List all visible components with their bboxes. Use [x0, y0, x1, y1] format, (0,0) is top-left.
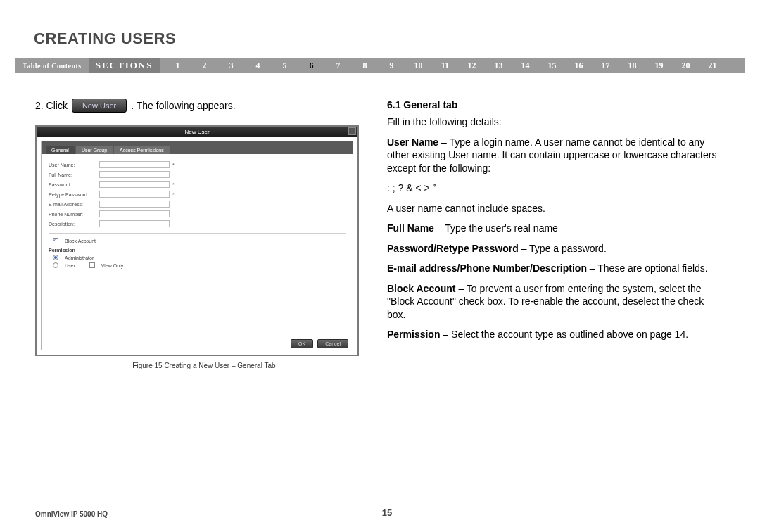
section-link-17[interactable]: 17 [592, 61, 619, 71]
row-fullname: Full Name: [49, 170, 346, 179]
right-column: 6.1 General tab Fill in the following de… [387, 99, 725, 348]
page-title: CREATING USERS [34, 30, 176, 48]
cancel-button[interactable]: Cancel [317, 339, 348, 348]
figure-caption: Figure 15 Creating a New User – General … [35, 362, 373, 369]
label-description: Description: [49, 222, 99, 227]
tab-usergroup[interactable]: User Group [76, 146, 113, 154]
username-para: User Name – Type a login name. A user na… [387, 136, 725, 175]
permission-field-label: Permission [387, 329, 440, 340]
input-description[interactable] [99, 220, 170, 227]
section-link-21[interactable]: 21 [699, 61, 726, 71]
form-area: User Name: * Full Name: Password: * [42, 154, 353, 274]
row-email: E-mail Address: [49, 199, 346, 209]
input-username[interactable] [99, 161, 170, 168]
forbidden-chars: : ; ? & < > ” [387, 182, 725, 194]
ok-button[interactable]: OK [291, 339, 313, 348]
section-link-9[interactable]: 9 [378, 61, 405, 71]
dialog-footer: OK Cancel [291, 339, 348, 348]
intro-text: Fill in the following details: [387, 115, 725, 128]
row-username: User Name: * [49, 160, 346, 170]
section-link-6[interactable]: 6 [298, 61, 324, 71]
label-username: User Name: [49, 163, 99, 167]
fullname-field-label: Full Name [387, 222, 434, 234]
permission-heading: Permission [49, 248, 346, 253]
label-phone: Phone Number: [49, 212, 99, 217]
checkbox-viewonly[interactable] [89, 262, 95, 268]
tab-access[interactable]: Access Permissions [114, 146, 170, 154]
password-field-text: – Type a password. [519, 243, 607, 254]
optional-para: E-mail address/Phone Number/Description … [387, 262, 725, 274]
step-2-line: 2. Click New User . The following appear… [35, 99, 373, 113]
nospaces-text: A user name cannot include spaces. [387, 202, 725, 215]
section-link-5[interactable]: 5 [271, 61, 298, 71]
left-column: 2. Click New User . The following appear… [35, 99, 373, 369]
row-blockaccount: Block Account [49, 238, 346, 243]
label-viewonly: View Only [101, 263, 123, 268]
separator [49, 233, 346, 234]
section-link-12[interactable]: 12 [458, 61, 485, 71]
radio-administrator[interactable] [53, 255, 58, 260]
row-perm-admin: Administrator [49, 255, 346, 260]
input-retype[interactable] [99, 191, 170, 198]
section-6-1-heading: 6.1 General tab [387, 99, 725, 111]
product-name: OmniView IP 5000 HQ [35, 510, 108, 518]
dialog-tabs: General User Group Access Permissions [42, 141, 353, 154]
tab-general[interactable]: General [46, 146, 75, 154]
section-link-13[interactable]: 13 [485, 61, 512, 71]
section-link-11[interactable]: 11 [431, 61, 458, 71]
section-link-19[interactable]: 19 [645, 61, 672, 71]
permission-field-text: – Select the account type as outlined ab… [440, 329, 688, 340]
close-icon[interactable] [348, 127, 356, 135]
page-number: 15 [382, 507, 392, 518]
row-description: Description: [49, 219, 346, 229]
password-field-label: Password/Retype Password [387, 243, 519, 254]
row-password: Password: * [49, 179, 346, 189]
section-navbar: Table of Contents SECTIONS 1 2 3 4 5 6 7… [15, 58, 745, 73]
row-perm-user: User View Only [49, 262, 346, 268]
dialog-body: General User Group Access Permissions Us… [41, 141, 353, 350]
label-user: User [65, 263, 75, 268]
label-administrator: Administrator [65, 255, 94, 260]
input-fullname[interactable] [99, 171, 170, 178]
page-footer: OmniView IP 5000 HQ 15 [35, 510, 739, 518]
input-email[interactable] [99, 201, 170, 208]
input-phone[interactable] [99, 210, 170, 217]
section-link-14[interactable]: 14 [512, 61, 538, 71]
step-prefix: 2. Click [35, 100, 68, 111]
label-password: Password: [49, 182, 99, 187]
new-user-dialog: New User General User Group Access Permi… [35, 125, 359, 356]
radio-user[interactable] [53, 262, 58, 268]
required-star: * [172, 163, 175, 167]
label-retype: Retype Password: [49, 192, 99, 197]
dialog-title-text: New User [184, 129, 209, 135]
input-password[interactable] [99, 181, 170, 188]
required-star: * [172, 192, 175, 197]
section-link-1[interactable]: 1 [164, 61, 191, 71]
manual-page: CREATING USERS Table of Contents SECTION… [0, 0, 760, 532]
section-link-20[interactable]: 20 [672, 61, 699, 71]
optional-field-text: – These are optional fields. [587, 262, 708, 274]
sections-label: SECTIONS [89, 58, 160, 73]
section-link-7[interactable]: 7 [324, 61, 351, 71]
section-link-8[interactable]: 8 [351, 61, 378, 71]
dialog-titlebar: New User [37, 127, 357, 137]
section-link-16[interactable]: 16 [565, 61, 592, 71]
section-link-10[interactable]: 10 [405, 61, 431, 71]
required-star: * [172, 182, 175, 187]
section-numbers: 1 2 3 4 5 6 7 8 9 10 11 12 13 14 15 16 1… [160, 58, 745, 73]
section-link-4[interactable]: 4 [244, 61, 271, 71]
toc-link[interactable]: Table of Contents [15, 58, 89, 73]
blockaccount-para: Block Account – To prevent a user from e… [387, 282, 725, 321]
fullname-para: Full Name – Type the user's real name [387, 222, 725, 234]
username-field-label: User Name [387, 137, 438, 148]
section-link-15[interactable]: 15 [538, 61, 565, 71]
section-link-2[interactable]: 2 [191, 61, 217, 71]
optional-field-label: E-mail address/Phone Number/Description [387, 262, 587, 274]
label-email: E-mail Address: [49, 202, 99, 207]
section-link-18[interactable]: 18 [619, 61, 645, 71]
checkbox-blockaccount[interactable] [53, 238, 58, 243]
label-fullname: Full Name: [49, 172, 99, 177]
section-link-3[interactable]: 3 [217, 61, 244, 71]
fullname-field-text: – Type the user's real name [434, 222, 558, 234]
blockaccount-field-label: Block Account [387, 283, 456, 294]
